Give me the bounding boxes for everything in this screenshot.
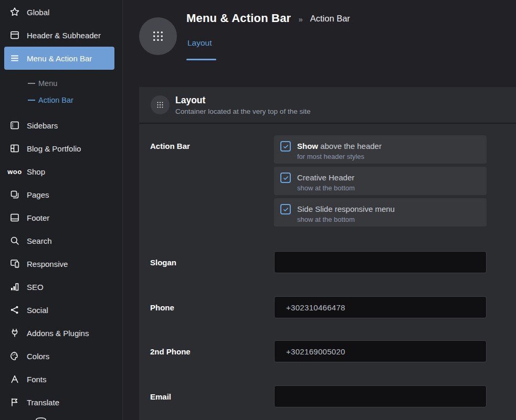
checkbox-option-label: Side Slide responsive menu <box>297 204 395 214</box>
main-content: Menu & Action Bar » Action Bar Layout La… <box>123 0 516 420</box>
sidebar-item-sidebars[interactable]: Sidebars <box>4 114 114 137</box>
sidebar-item-pages[interactable]: Pages <box>4 183 114 206</box>
tab-active-indicator <box>186 59 216 60</box>
field-label-phone: Phone <box>150 303 174 312</box>
action-bar-options: Show above the header for most header st… <box>274 135 487 230</box>
search-icon <box>9 235 20 246</box>
responsive-devices-icon <box>9 259 20 269</box>
sidebar-item-social[interactable]: Social <box>4 298 114 321</box>
sidebar: Global Header & Subheader Menu & Action … <box>0 0 123 420</box>
sidebar-item-colors[interactable]: Colors <box>4 344 114 368</box>
theme-options-app: Global Header & Subheader Menu & Action … <box>0 0 516 420</box>
sidebar-item-global[interactable]: Global <box>4 1 114 24</box>
sidebar-item-blog-portfolio[interactable]: Blog & Portfolio <box>4 137 114 160</box>
email-input[interactable] <box>274 385 487 407</box>
checkbox-option[interactable]: Show above the header for most header st… <box>274 135 487 164</box>
sidebar-item-search[interactable]: Search <box>4 229 114 252</box>
grid-dots-icon <box>151 29 165 43</box>
tab-layout[interactable]: Layout <box>187 38 212 48</box>
blog-layout-icon <box>9 143 20 154</box>
sidebars-icon <box>9 120 20 131</box>
checkbox-option-label: Creative Header <box>297 173 355 183</box>
field-label-2nd-phone: 2nd Phone <box>150 347 191 356</box>
section-subtitle: Container located at the very top of the… <box>175 107 310 115</box>
share-icon <box>9 305 20 315</box>
breadcrumb-separator-icon: » <box>298 14 302 24</box>
breadcrumb-current: Action Bar <box>310 14 350 24</box>
checkbox[interactable] <box>280 141 291 152</box>
sidebar-subitem-action-bar[interactable]: Action Bar <box>0 92 122 109</box>
page-avatar <box>139 17 177 55</box>
sidebar-item-shop[interactable]: woo Shop <box>4 160 114 183</box>
seo-chart-icon <box>9 282 20 292</box>
palette-icon <box>9 351 20 361</box>
flag-icon <box>9 397 20 407</box>
checkbox-option[interactable]: Creative Header show at the bottom <box>274 167 487 195</box>
checkbox-option-sublabel: for most header styles <box>297 153 382 160</box>
section-header: Layout Container located at the very top… <box>139 87 516 124</box>
layout-section-card: Layout Container located at the very top… <box>139 87 516 420</box>
sidebar-item-menu-action-bar[interactable]: Menu & Action Bar <box>4 47 114 70</box>
grid-dots-icon <box>156 101 164 109</box>
breadcrumb: Menu & Action Bar » Action Bar <box>186 12 350 25</box>
checkbox-option-sublabel: show at the bottom <box>297 184 355 192</box>
sidebar-item-translate[interactable]: Translate <box>4 391 114 414</box>
header-icon <box>9 30 20 40</box>
field-label-slogan: Slogan <box>150 258 176 267</box>
woo-icon: woo <box>9 166 20 177</box>
sidebar-item-fonts[interactable]: Fonts <box>4 368 114 391</box>
partial-next-item-icon <box>36 417 46 420</box>
sidebar-item-seo[interactable]: SEO <box>4 275 114 298</box>
checkbox[interactable] <box>280 173 291 183</box>
section-title: Layout <box>175 95 310 106</box>
hamburger-menu-icon <box>9 53 20 63</box>
2nd-phone-input[interactable] <box>274 340 487 362</box>
section-icon-circle <box>151 95 170 114</box>
sidebar-nav: Global Header & Subheader Menu & Action … <box>0 1 122 414</box>
sidebar-item-responsive[interactable]: Responsive <box>4 252 114 275</box>
sidebar-item-header-subheader[interactable]: Header & Subheader <box>4 24 114 47</box>
sidebar-item-addons-plugins[interactable]: Addons & Plugins <box>4 321 114 344</box>
slogan-input[interactable] <box>274 251 487 273</box>
checkbox-option[interactable]: Side Slide responsive menu show at the b… <box>274 198 487 227</box>
pages-icon <box>9 189 20 200</box>
sidebar-subitem-menu[interactable]: Menu <box>0 75 122 92</box>
page-title: Menu & Action Bar <box>186 12 291 25</box>
dash-icon <box>28 83 35 84</box>
checkbox-option-label: Show above the header <box>297 141 382 152</box>
checkbox[interactable] <box>280 204 291 214</box>
sidebar-item-footer[interactable]: Footer <box>4 206 114 229</box>
field-label-action-bar: Action Bar <box>150 142 190 150</box>
dash-icon <box>28 100 35 101</box>
plug-icon <box>9 328 20 338</box>
footer-icon <box>9 212 20 223</box>
star-icon <box>9 7 20 17</box>
phone-input[interactable] <box>274 296 487 318</box>
letter-a-icon <box>9 374 20 384</box>
checkbox-option-sublabel: show at the bottom <box>297 216 395 223</box>
field-label-email: Email <box>150 392 171 401</box>
